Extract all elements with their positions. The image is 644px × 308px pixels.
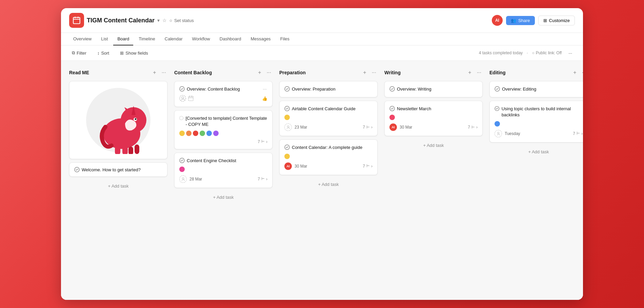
like-icon: 👍 — [262, 96, 267, 101]
subtask-icon: ⊢ — [577, 131, 580, 136]
calendar-dashed-icon — [187, 95, 194, 102]
unicorn-svg — [84, 86, 152, 154]
card-icons-row: 👍 — [179, 95, 267, 102]
more-options-button[interactable]: ··· — [566, 49, 575, 57]
calendar-icon — [72, 16, 81, 25]
tab-board[interactable]: Board — [113, 33, 133, 45]
svg-point-11 — [135, 118, 137, 120]
arrow-icon: › — [581, 131, 583, 136]
card-menu-button[interactable]: ··· — [262, 86, 267, 92]
show-fields-button[interactable]: ⊞ Show fields — [117, 49, 150, 57]
card-title-row: Overview: Editing — [495, 86, 583, 92]
star-icon[interactable]: ☆ — [162, 18, 167, 23]
more-column-editing[interactable]: ··· — [581, 69, 583, 76]
tab-timeline[interactable]: Timeline — [135, 33, 159, 45]
card-overview-preparation[interactable]: Overview: Preparation — [279, 81, 378, 97]
set-status-button[interactable]: ○ Set status — [169, 18, 194, 23]
add-task-column-writing[interactable]: + — [467, 69, 472, 76]
circle-icon: ○ — [532, 51, 534, 55]
share-icon: 👥 — [511, 18, 516, 23]
card-template-copy[interactable]: [Converted to template] Content Template… — [174, 110, 273, 149]
svg-point-24 — [180, 116, 183, 120]
subtask-icon: ⊢ — [471, 125, 475, 130]
header: TIGM Content Calendar ▾ ☆ ○ Set status A… — [61, 8, 583, 33]
add-task-column-editing[interactable]: + — [572, 69, 578, 76]
card-newsletter-march[interactable]: Newsletter March AI 30 Mar 7 ⊢ › — [384, 101, 483, 136]
person-icon — [496, 132, 500, 136]
card-overview-editing[interactable]: Overview: Editing — [489, 81, 583, 97]
more-column-read-me[interactable]: ··· — [160, 69, 167, 76]
card-title: [Converted to template] Content Template… — [179, 115, 267, 128]
column-actions-read-me: + ··· — [152, 69, 167, 76]
sort-button[interactable]: ↕ Sort — [95, 49, 112, 57]
card-tags-row — [179, 167, 267, 172]
card-date: 28 Mar — [189, 177, 202, 181]
subtask-icon: ⊢ — [261, 139, 265, 144]
subtask-icon: ⊢ — [261, 177, 265, 181]
avatar-filled: AI — [389, 123, 397, 131]
chevron-down-icon[interactable]: ▾ — [157, 18, 160, 23]
add-task-preparation[interactable]: + Add task — [279, 178, 378, 190]
column-title-content-backlog: Content Backlog — [174, 70, 212, 75]
add-task-column-content-backlog[interactable]: + — [257, 69, 262, 76]
avatar-filled: AI — [284, 162, 292, 170]
tag-blue — [206, 131, 212, 136]
add-task-column-read-me[interactable]: + — [152, 69, 157, 76]
card-overview-writing[interactable]: Overview: Writing — [384, 81, 483, 97]
card-meta: AI 30 Mar 7 ⊢ › — [389, 123, 478, 131]
card-meta: 28 Mar 7 ⊢ › — [179, 175, 267, 183]
card-topic-clusters[interactable]: Using topic clusters to build internal b… — [489, 101, 583, 142]
more-column-writing[interactable]: ··· — [476, 69, 483, 76]
column-actions-writing: + ··· — [467, 69, 483, 76]
card-title: Content Calendar: A complete guide — [284, 145, 362, 151]
tag-pink — [179, 167, 185, 172]
add-task-writing[interactable]: + Add task — [384, 139, 483, 151]
board: Read ME + ··· — [61, 61, 583, 300]
card-airtable-guide[interactable]: Airtable Content Calendar Guide — [279, 101, 378, 136]
tab-messages[interactable]: Messages — [246, 33, 275, 45]
column-title-preparation: Preparation — [279, 70, 306, 75]
dot-separator: · — [527, 51, 528, 55]
app-icon — [69, 13, 84, 28]
add-task-editing[interactable]: + Add task — [489, 146, 583, 158]
column-title-read-me: Read ME — [69, 70, 89, 75]
person-icon — [286, 125, 290, 129]
filter-button[interactable]: ⧉ Filter — [69, 49, 89, 57]
welcome-text: Welcome. How to get started? — [82, 167, 141, 172]
tag-green — [200, 131, 205, 136]
tab-dashboard[interactable]: Dashboard — [216, 33, 245, 45]
subtask-icon: ⊢ — [366, 125, 370, 130]
svg-rect-20 — [188, 96, 193, 101]
customize-button[interactable]: ⊞ Customize — [538, 16, 575, 25]
tab-overview[interactable]: Overview — [69, 33, 96, 45]
check-circle-icon — [179, 158, 185, 163]
card-subtask-count: 7 ⊢ › — [258, 139, 267, 144]
card-content-engine[interactable]: Content Engine Checklist 28 M — [174, 153, 273, 188]
more-column-preparation[interactable]: ··· — [370, 69, 378, 76]
card-title: Airtable Content Calendar Guide — [284, 106, 356, 112]
card-title: Overview: Editing — [495, 86, 536, 92]
card-meta: AI 30 Mar 7 ⊢ › — [284, 162, 373, 170]
toolbar-right: 4 tasks completed today · ○ Public link:… — [479, 49, 575, 57]
customize-icon: ⊞ — [543, 18, 547, 23]
add-task-content-backlog[interactable]: + Add task — [174, 191, 273, 203]
subtask-icon: ⊢ — [366, 164, 370, 168]
tab-workflow[interactable]: Workflow — [188, 33, 214, 45]
svg-point-29 — [287, 126, 289, 128]
tab-list[interactable]: List — [97, 33, 112, 45]
card-content-complete-guide[interactable]: Content Calendar: A complete guide AI 30… — [279, 139, 378, 175]
card-overview-content-backlog[interactable]: Overview: Content Backlog ··· — [174, 81, 273, 107]
share-button[interactable]: 👥 Share — [506, 16, 535, 25]
card-title: Overview: Content Backlog — [179, 86, 240, 92]
card-title: Content Engine Checklist — [179, 158, 236, 164]
card-welcome-row: Welcome. How to get started? — [74, 167, 162, 172]
add-task-column-preparation[interactable]: + — [362, 69, 367, 76]
card-meta: Tuesday 7 ⊢ › — [495, 130, 583, 137]
svg-rect-14 — [128, 147, 133, 154]
tab-files[interactable]: Files — [276, 33, 294, 45]
more-column-content-backlog[interactable]: ··· — [265, 69, 273, 76]
add-task-read-me[interactable]: + Add task — [69, 180, 167, 192]
card-welcome[interactable]: Welcome. How to get started? — [69, 162, 167, 177]
tab-calendar[interactable]: Calendar — [161, 33, 187, 45]
card-unicorn — [69, 81, 167, 159]
